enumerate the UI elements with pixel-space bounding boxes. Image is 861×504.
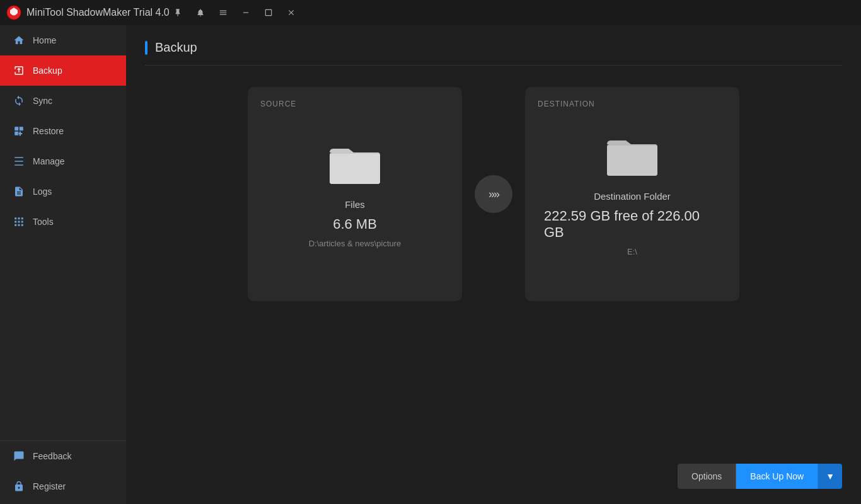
- source-folder-icon: [330, 140, 380, 184]
- page-title: Backup: [155, 40, 197, 55]
- menu-button[interactable]: [215, 6, 231, 20]
- notification-button[interactable]: [192, 6, 209, 20]
- bottom-bar: Options Back Up Now ▼: [678, 464, 842, 489]
- sidebar: Home Backup Sync Restore Manage: [0, 25, 126, 504]
- sidebar-item-sync[interactable]: Sync: [0, 86, 126, 116]
- home-icon: [13, 34, 25, 47]
- close-button[interactable]: [283, 6, 299, 20]
- sidebar-label-manage: Manage: [33, 156, 65, 166]
- sidebar-label-feedback: Feedback: [33, 451, 71, 461]
- sidebar-label-sync: Sync: [33, 96, 52, 106]
- sidebar-item-backup[interactable]: Backup: [0, 55, 126, 86]
- restore-icon: [13, 125, 25, 137]
- source-card[interactable]: SOURCE Files 6.6 MB D:\articles & news\p…: [248, 87, 462, 301]
- sidebar-label-register: Register: [33, 481, 66, 491]
- sidebar-label-logs: Logs: [33, 186, 52, 197]
- sidebar-label-home: Home: [33, 35, 56, 45]
- register-icon: [13, 480, 25, 493]
- sidebar-item-restore[interactable]: Restore: [0, 116, 126, 146]
- arrow-button[interactable]: »»: [475, 175, 512, 213]
- sidebar-item-logs[interactable]: Logs: [0, 176, 126, 207]
- source-type: Files: [345, 199, 365, 210]
- destination-card[interactable]: DESTINATION Destination Folder 222.59 GB…: [525, 87, 739, 301]
- window-controls: [170, 6, 299, 20]
- arrow-icon: »»: [488, 188, 499, 201]
- sidebar-item-manage[interactable]: Manage: [0, 146, 126, 176]
- backup-icon: [13, 64, 25, 77]
- pin-button[interactable]: [170, 6, 186, 20]
- sidebar-label-backup: Backup: [33, 66, 62, 76]
- backup-cards: SOURCE Files 6.6 MB D:\articles & news\p…: [145, 87, 842, 301]
- backup-now-button[interactable]: Back Up Now: [736, 464, 818, 489]
- source-size: 6.6 MB: [333, 216, 377, 232]
- destination-free: 222.59 GB free of 226.00 GB: [544, 208, 720, 241]
- sidebar-item-tools[interactable]: Tools: [0, 207, 126, 237]
- sidebar-label-tools: Tools: [33, 217, 54, 227]
- source-path: D:\articles & news\picture: [309, 239, 402, 248]
- sidebar-bottom: Feedback Register: [0, 440, 126, 504]
- sidebar-label-restore: Restore: [33, 126, 64, 136]
- tools-icon: [13, 215, 25, 228]
- app-logo: [6, 5, 21, 20]
- titlebar: MiniTool ShadowMaker Trial 4.0: [0, 0, 861, 25]
- app-body: Home Backup Sync Restore Manage: [0, 25, 861, 504]
- manage-icon: [13, 155, 25, 168]
- content-area: Backup SOURCE Files 6.6 MB D:\articles &…: [126, 25, 861, 504]
- destination-folder-icon: [607, 132, 657, 176]
- page-title-accent: [145, 41, 147, 55]
- sidebar-item-register[interactable]: Register: [0, 471, 126, 501]
- minimize-button[interactable]: [238, 6, 254, 20]
- page-header: Backup: [145, 40, 842, 66]
- app-title: MiniTool ShadowMaker Trial 4.0: [26, 7, 170, 18]
- sidebar-item-feedback[interactable]: Feedback: [0, 441, 126, 471]
- destination-label: DESTINATION: [538, 100, 595, 108]
- svg-rect-4: [607, 146, 657, 176]
- backup-dropdown-button[interactable]: ▼: [818, 464, 842, 489]
- svg-rect-2: [330, 154, 380, 184]
- logs-icon: [13, 185, 25, 198]
- source-label: SOURCE: [260, 100, 296, 108]
- maximize-button[interactable]: [260, 6, 277, 20]
- options-button[interactable]: Options: [678, 464, 736, 489]
- feedback-icon: [13, 450, 25, 462]
- sidebar-item-home[interactable]: Home: [0, 25, 126, 55]
- dropdown-arrow-icon: ▼: [826, 471, 835, 481]
- sync-icon: [13, 94, 25, 107]
- destination-type: Destination Folder: [594, 191, 671, 202]
- destination-path: E:\: [627, 247, 637, 256]
